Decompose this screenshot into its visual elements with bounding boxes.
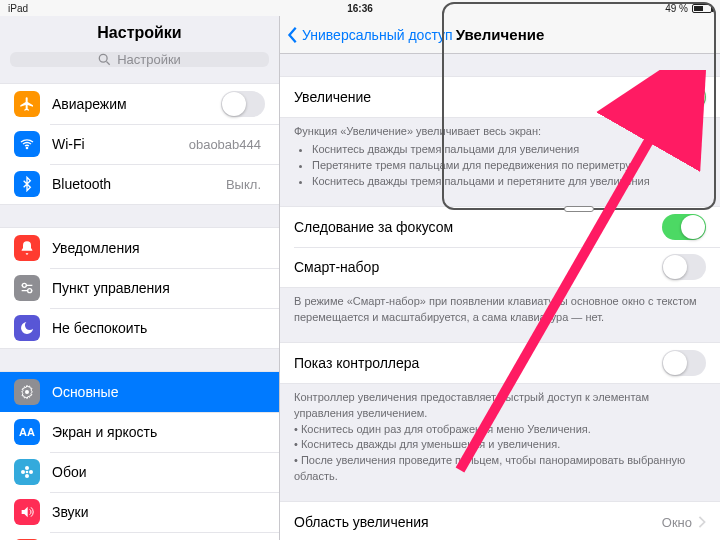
flower-icon [14,459,40,485]
region-value: Окно [662,515,692,530]
row-show-controller: Показ контроллера [280,343,720,383]
svg-point-4 [25,390,29,394]
smart-note: В режиме «Смарт-набор» при появлении кла… [280,288,720,336]
bluetooth-icon [14,171,40,197]
status-bar: iPad 16:36 49 % [0,0,720,16]
row-smart-typing: Смарт-набор [280,247,720,287]
battery-icon [692,4,712,13]
sidebar-item-wifi[interactable]: Wi-Fi obaobab444 [0,124,279,164]
sidebar-item-label: Экран и яркость [52,424,265,440]
region-label: Область увеличения [294,514,662,530]
detail-pane: Универсальный доступ Увеличение Увеличен… [280,16,720,540]
wifi-icon [14,131,40,157]
gear-icon [14,379,40,405]
sidebar-item-wallpaper[interactable]: Обои [0,452,279,492]
sidebar-item-passcode[interactable]: Пароль [0,532,279,540]
row-follow-focus: Следование за фокусом [280,207,720,247]
sidebar-item-bluetooth[interactable]: Bluetooth Выкл. [0,164,279,204]
chevron-left-icon [286,26,300,44]
controller-note: Контроллер увеличения предоставляет быст… [280,384,720,496]
sidebar-item-label: Основные [52,384,265,400]
sidebar-group-general: Основные AA Экран и яркость Обои Звуки П… [0,371,279,540]
sidebar-item-control-center[interactable]: Пункт управления [0,268,279,308]
sidebar-item-label: Пункт управления [52,280,265,296]
zoom-toggle[interactable] [662,84,706,110]
sidebar-item-label: Не беспокоить [52,320,265,336]
sidebar-item-label: Авиарежим [52,96,221,112]
sidebar-item-airplane[interactable]: Авиарежим [0,84,279,124]
row-zoom-region[interactable]: Область увеличения Окно [280,502,720,540]
toggles-icon [14,275,40,301]
controller-toggle[interactable] [662,350,706,376]
sidebar-item-notifications[interactable]: Уведомления [0,228,279,268]
follow-toggle[interactable] [662,214,706,240]
row-zoom: Увеличение [280,77,720,117]
svg-point-8 [21,470,25,474]
zoom-description: Функция «Увеличение» увеличивает весь эк… [280,118,720,200]
clock: 16:36 [347,3,373,14]
svg-point-9 [29,470,33,474]
smart-label: Смарт-набор [294,259,662,275]
airplane-toggle[interactable] [221,91,265,117]
sidebar-item-label: Wi-Fi [52,136,189,152]
sidebar-item-general[interactable]: Основные [0,372,279,412]
sidebar-item-sounds[interactable]: Звуки [0,492,279,532]
sidebar-item-label: Уведомления [52,240,265,256]
wifi-network: obaobab444 [189,137,261,152]
battery-text: 49 % [665,3,688,14]
moon-icon [14,315,40,341]
svg-point-3 [28,289,32,293]
back-button[interactable]: Универсальный доступ [280,26,453,44]
chevron-right-icon [698,516,706,528]
search-input[interactable]: Настройки [10,52,269,67]
bluetooth-status: Выкл. [226,177,261,192]
sidebar: Настройки Настройки Авиарежим Wi-Fi obao… [0,16,280,540]
bell-icon [14,235,40,261]
svg-point-5 [26,471,29,474]
smart-toggle[interactable] [662,254,706,280]
sidebar-group-alerts: Уведомления Пункт управления Не беспокои… [0,227,279,349]
sidebar-item-label: Звуки [52,504,265,520]
sidebar-item-label: Обои [52,464,265,480]
svg-point-2 [22,283,26,287]
sidebar-title: Настройки [0,16,279,52]
sidebar-item-label: Bluetooth [52,176,226,192]
aa-icon: AA [14,419,40,445]
follow-label: Следование за фокусом [294,219,662,235]
svg-point-0 [99,54,107,62]
sidebar-group-connectivity: Авиарежим Wi-Fi obaobab444 Bluetooth Вык… [0,83,279,205]
sidebar-item-dnd[interactable]: Не беспокоить [0,308,279,348]
svg-point-6 [25,466,29,470]
sidebar-item-display[interactable]: AA Экран и яркость [0,412,279,452]
sound-icon [14,499,40,525]
svg-point-1 [26,147,27,148]
detail-header: Универсальный доступ Увеличение [280,16,720,54]
search-icon [98,53,111,66]
back-label: Универсальный доступ [302,27,453,43]
zoom-label: Увеличение [294,89,662,105]
device-label: iPad [8,3,28,14]
svg-point-7 [25,474,29,478]
airplane-icon [14,91,40,117]
search-placeholder: Настройки [117,52,181,67]
controller-label: Показ контроллера [294,355,662,371]
